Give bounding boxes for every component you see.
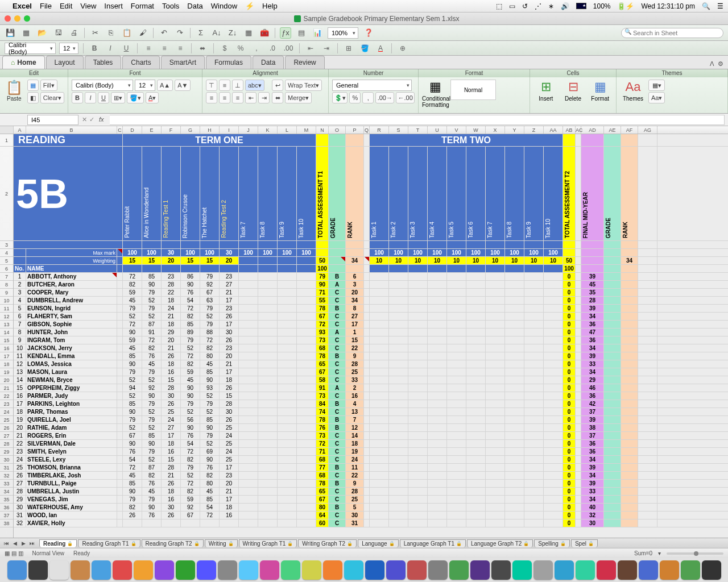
increase-font-button[interactable]: A▲ [157, 80, 173, 91]
col-header-O[interactable]: O [329, 126, 346, 134]
sheet-tab[interactable]: Spelling🔒 [534, 539, 570, 547]
class-label[interactable]: 5B [14, 147, 123, 240]
sheet-tab[interactable]: Writing Graph T2🔒 [298, 539, 357, 547]
col-header-AE[interactable]: AE [604, 126, 621, 134]
autosum-button[interactable]: Σ [195, 27, 206, 39]
dock-app-22[interactable] [470, 560, 490, 580]
row-header-1[interactable]: 1 [0, 134, 13, 147]
student-name[interactable]: DUMBRELL, Andrew [26, 297, 117, 304]
student-name[interactable]: PARR, Thomas [26, 408, 117, 415]
student-name[interactable]: PARKINS, Leighton [26, 400, 117, 408]
dock-app-3[interactable] [71, 560, 90, 580]
student-name[interactable]: TURNBULL, Paige [26, 480, 117, 487]
align-top-button[interactable]: ⊤ [206, 80, 217, 91]
student-name[interactable]: EUNSON, Ingrid [26, 305, 117, 312]
formula-input[interactable] [110, 115, 725, 125]
student-name[interactable]: QUIRELLA, Joel [26, 416, 117, 423]
row-header-12[interactable]: 12 [0, 313, 13, 321]
ribbon-underline-button[interactable]: U [98, 92, 109, 103]
row-header-5[interactable]: 5 [0, 257, 13, 265]
cut-button[interactable]: ✂ [89, 27, 101, 39]
student-name[interactable]: XAVIER, Holly [26, 519, 117, 527]
student-name[interactable]: OPPERHEIM, Ziggy [26, 384, 117, 392]
sheet-tab[interactable]: Writing Graph T1🔒 [239, 539, 297, 547]
zoom-slider[interactable] [667, 552, 723, 555]
col-header-Y[interactable]: Y [505, 126, 524, 134]
dec-decimal-rb[interactable]: ←.00 [396, 92, 415, 103]
col-header-B[interactable]: B [26, 126, 117, 134]
dock-app-28[interactable] [597, 560, 616, 580]
col-header-R[interactable]: R [370, 126, 389, 134]
select-all-corner[interactable] [0, 126, 14, 134]
row-header-38[interactable]: 38 [0, 519, 13, 527]
sheet-tab[interactable]: Reading Graph T2🔒 [142, 539, 204, 547]
sheet-tab[interactable]: Language🔒 [358, 539, 399, 547]
style-normal[interactable]: Normal [450, 80, 496, 100]
student-name[interactable]: STEELE, Lexy [26, 456, 117, 463]
increase-indent-button[interactable]: ⇥ [320, 43, 333, 54]
student-name[interactable]: THOMSON, Brianna [26, 464, 117, 471]
dock-app-15[interactable] [323, 560, 342, 580]
currency-button[interactable]: $ [218, 43, 231, 54]
col-header-I[interactable]: I [220, 126, 239, 134]
reading-title[interactable]: READING [14, 134, 123, 146]
student-name[interactable]: ROGERS, Erin [26, 432, 117, 439]
dock-app-32[interactable] [681, 560, 700, 580]
col-header-H[interactable]: H [200, 126, 220, 134]
wifi-icon[interactable]: ⋰ [535, 2, 541, 10]
spotlight-icon[interactable]: 🔍 [702, 2, 710, 10]
row-header-21[interactable]: 21 [0, 384, 13, 392]
bold-button[interactable]: B [88, 43, 101, 54]
dock-app-29[interactable] [618, 560, 637, 580]
decrease-indent-button[interactable]: ⇤ [304, 43, 317, 54]
dock-app-31[interactable] [660, 560, 679, 580]
dock-app-16[interactable] [344, 560, 363, 580]
col-header-AA[interactable]: AA [544, 126, 563, 134]
volume-icon[interactable]: 🔊 [561, 2, 569, 10]
col-header-AG[interactable]: AG [638, 126, 657, 134]
row-header-29[interactable]: 29 [0, 448, 13, 456]
borders-button[interactable]: ⊞ [342, 43, 355, 54]
col-header-AB[interactable]: AB [563, 126, 576, 134]
col-header-S[interactable]: S [389, 126, 408, 134]
student-name[interactable]: WATERHOUSE, Amy [26, 504, 117, 511]
percent-button-rb[interactable]: % [349, 92, 361, 103]
align-bottom-button[interactable]: ⊥ [232, 80, 243, 91]
row-header-33[interactable]: 33 [0, 480, 13, 488]
student-name[interactable]: HUNTER, John [26, 329, 117, 336]
dock-app-23[interactable] [491, 560, 511, 580]
row-header-23[interactable]: 23 [0, 400, 13, 408]
sort-asc-button[interactable]: A↓ [211, 27, 222, 39]
menu-help[interactable]: Help [262, 2, 278, 10]
align-left-button[interactable]: ≡ [142, 43, 155, 54]
sheet-tab[interactable]: Language Graph T1🔒 [400, 539, 466, 547]
student-name[interactable]: SMITH, Evelyn [26, 448, 117, 455]
sheet-tab[interactable]: Reading🔒 [39, 539, 77, 547]
dropbox-icon[interactable]: ⬚ [496, 2, 502, 10]
col-header-D[interactable]: D [123, 126, 142, 134]
display-icon[interactable]: ▭ [509, 2, 515, 10]
col-header-T[interactable]: T [408, 126, 428, 134]
ribbon-font-color-button[interactable]: A▾ [146, 92, 159, 103]
term-two-title[interactable]: TERM TWO [370, 134, 563, 146]
sum-dropdown-icon[interactable]: ▾ [658, 550, 661, 556]
app-menu[interactable]: Excel [13, 2, 32, 10]
chart-button[interactable]: 📊 [312, 27, 323, 39]
delete-cells-big[interactable]: ⊟Delete [561, 80, 586, 102]
col-header-M[interactable]: M [297, 126, 316, 134]
student-name[interactable]: INGRAM, Tom [26, 336, 117, 344]
undo-button[interactable]: ↶ [158, 27, 169, 39]
student-name[interactable]: WOOD, Ian [26, 512, 117, 519]
ribbon-font-dropdown[interactable]: Calibri (Body) [72, 80, 133, 91]
font-color-button[interactable]: A [374, 43, 387, 54]
dock-app-8[interactable] [176, 560, 195, 580]
row-header-18[interactable]: 18 [0, 360, 13, 368]
theme-colors-button[interactable]: ▦▾ [648, 80, 665, 91]
row-header-25[interactable]: 25 [0, 416, 13, 424]
menu-format[interactable]: Format [131, 2, 154, 10]
ribbon-tab-home[interactable]: ⌂Home [2, 56, 45, 69]
ribbon-tab-formulas[interactable]: Formulas [206, 56, 251, 69]
comma-button[interactable]: , [250, 43, 263, 54]
row-header-2[interactable]: 2 [0, 147, 13, 241]
col-header-W[interactable]: W [466, 126, 486, 134]
